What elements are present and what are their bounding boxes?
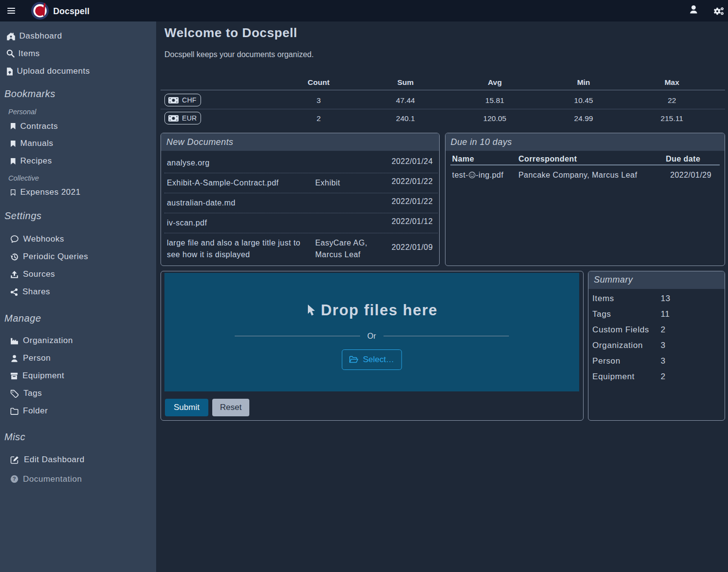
svg-text:?: ? (13, 476, 16, 482)
